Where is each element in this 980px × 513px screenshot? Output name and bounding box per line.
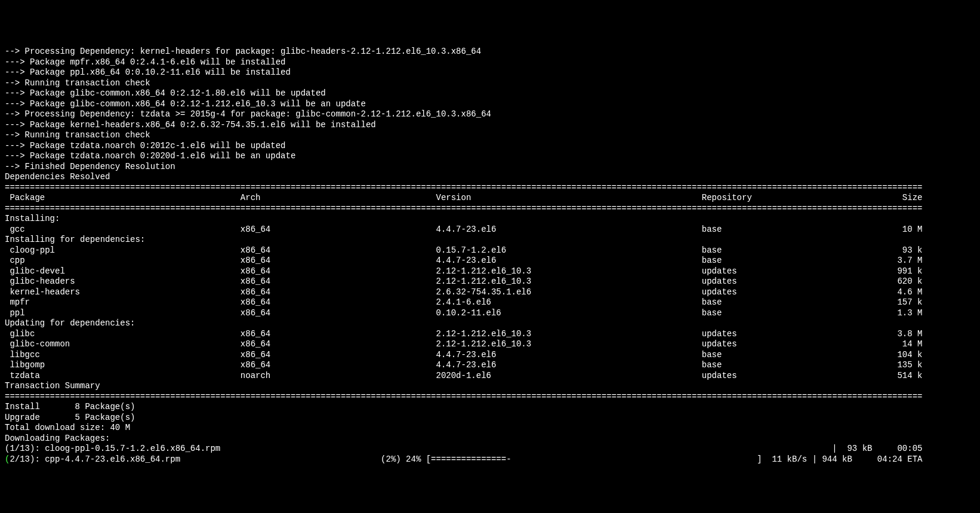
terminal-line: Dependencies Resolved <box>5 172 975 183</box>
terminal-line: Total download size: 40 M <box>5 423 975 434</box>
terminal-line: --> Running transaction check <box>5 130 975 141</box>
terminal-line: glibc-common x86_64 2.12-1.212.el6_10.3 … <box>5 339 975 350</box>
terminal-line: ---> Package kernel-headers.x86_64 0:2.6… <box>5 120 975 131</box>
terminal-line: tzdata noarch 2020d-1.el6 updates 514 k <box>5 371 975 382</box>
terminal-output: --> Processing Dependency: kernel-header… <box>5 47 975 465</box>
terminal-line: ---> Package ppl.x86_64 0:0.10.2-11.el6 … <box>5 67 975 78</box>
terminal-line: mpfr x86_64 2.4.1-6.el6 base 157 k <box>5 297 975 308</box>
terminal-line: Upgrade 5 Package(s) <box>5 413 975 423</box>
terminal-line: glibc x86_64 2.12-1.212.el6_10.3 updates… <box>5 329 975 340</box>
terminal-line: ppl x86_64 0.10.2-11.el6 base 1.3 M <box>5 308 975 319</box>
terminal-line: ========================================… <box>5 183 975 193</box>
terminal-line: cloog-ppl x86_64 0.15.7-1.2.el6 base 93 … <box>5 245 975 256</box>
terminal-line: Package Arch Version Repository Size <box>5 193 975 204</box>
terminal-line: Transaction Summary <box>5 381 975 392</box>
terminal-line: Installing: <box>5 214 975 225</box>
terminal-line: libgomp x86_64 4.4.7-23.el6 base 135 k <box>5 360 975 371</box>
terminal-line: ---> Package glibc-common.x86_64 0:2.12-… <box>5 88 975 99</box>
terminal-line: gcc x86_64 4.4.7-23.el6 base 10 M <box>5 225 975 235</box>
terminal-line: --> Processing Dependency: tzdata >= 201… <box>5 109 975 120</box>
terminal-line: --> Running transaction check <box>5 78 975 89</box>
terminal-line: (2/13): cpp-4.4.7-23.el6.x86_64.rpm (2%)… <box>5 454 975 465</box>
terminal-line: kernel-headers x86_64 2.6.32-754.35.1.el… <box>5 287 975 298</box>
terminal-line: ========================================… <box>5 204 975 214</box>
terminal-line: Installing for dependencies: <box>5 235 975 245</box>
terminal-line: ---> Package tzdata.noarch 0:2012c-1.el6… <box>5 141 975 152</box>
terminal-line: libgcc x86_64 4.4.7-23.el6 base 104 k <box>5 350 975 361</box>
terminal-line: (1/13): cloog-ppl-0.15.7-1.2.el6.x86_64.… <box>5 444 975 454</box>
terminal-line: Downloading Packages: <box>5 434 975 444</box>
terminal-line: ========================================… <box>5 392 975 403</box>
terminal-line: glibc-headers x86_64 2.12-1.212.el6_10.3… <box>5 277 975 287</box>
terminal-line: Install 8 Package(s) <box>5 402 975 413</box>
terminal-line: --> Processing Dependency: kernel-header… <box>5 47 975 57</box>
terminal-line: --> Finished Dependency Resolution <box>5 162 975 173</box>
terminal-line: glibc-devel x86_64 2.12-1.212.el6_10.3 u… <box>5 266 975 277</box>
terminal-line: Updating for dependencies: <box>5 318 975 329</box>
terminal-line: ---> Package tzdata.noarch 0:2020d-1.el6… <box>5 151 975 162</box>
terminal-line: ---> Package mpfr.x86_64 0:2.4.1-6.el6 w… <box>5 57 975 68</box>
terminal-line: ---> Package glibc-common.x86_64 0:2.12-… <box>5 99 975 110</box>
terminal-line: cpp x86_64 4.4.7-23.el6 base 3.7 M <box>5 256 975 266</box>
